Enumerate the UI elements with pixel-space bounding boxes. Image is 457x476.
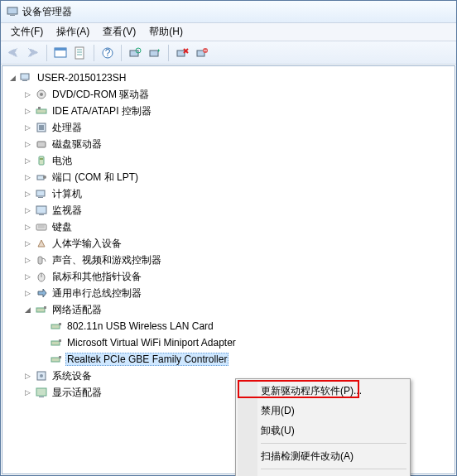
expander-icon[interactable]: ▷ (22, 106, 32, 116)
tree-category[interactable]: ▷鼠标和其他指针设备 (4, 268, 453, 285)
tool-properties-button[interactable] (71, 44, 89, 62)
expander-icon[interactable]: ◢ (22, 305, 32, 315)
cm-label: 更新驱动程序软件(P)... (261, 384, 362, 398)
nav-forward-button[interactable]: ⮞ (24, 44, 42, 62)
svg-rect-3 (55, 48, 66, 50)
expander-icon[interactable]: ▷ (22, 255, 32, 265)
tree-category[interactable]: ▷端口 (COM 和 LPT) (4, 169, 453, 185)
category-icon (35, 237, 48, 250)
svg-rect-44 (51, 341, 60, 345)
cm-scan-hardware[interactable]: 扫描检测硬件改动(A) (238, 446, 408, 466)
category-icon (35, 369, 48, 382)
svg-rect-26 (39, 156, 44, 165)
context-menu: 更新驱动程序软件(P)... 禁用(D) 卸载(U) 扫描检测硬件改动(A) 属… (235, 378, 411, 476)
tree-device[interactable]: ▷Realtek PCIe GBE Family Controller (4, 351, 453, 368)
menu-file[interactable]: 文件(F) (4, 23, 50, 41)
cm-label: 扫描检测硬件改动(A) (261, 450, 354, 464)
tool-update-button[interactable] (146, 44, 164, 62)
svg-rect-21 (36, 109, 46, 113)
svg-point-49 (40, 374, 43, 377)
expander-icon[interactable]: ▷ (22, 238, 32, 248)
tree-root[interactable]: ◢ USER-20150123SH (4, 70, 453, 86)
expander-icon[interactable]: ▷ (22, 89, 32, 99)
node-label: Microsoft Virtual WiFi Miniport Adapter (65, 336, 238, 349)
tool-help-button[interactable]: ? (99, 44, 117, 62)
svg-rect-46 (51, 358, 60, 362)
tree-category[interactable]: ▷处理器 (4, 119, 453, 136)
svg-rect-4 (75, 47, 84, 59)
svg-rect-32 (36, 206, 46, 214)
node-label: 磁盘驱动器 (51, 137, 103, 152)
nic-icon (50, 336, 63, 349)
cm-disable[interactable]: 禁用(D) (238, 401, 408, 421)
menu-separator (261, 469, 406, 469)
category-icon (35, 154, 48, 167)
node-label: IDE ATA/ATAPI 控制器 (51, 103, 153, 119)
toolbar: ⮜ ⮞ ? (1, 41, 456, 65)
menu-bar: 文件(F) 操作(A) 查看(V) 帮助(H) (1, 23, 456, 41)
tree-category[interactable]: ▷监视器 (4, 202, 453, 219)
tree-category[interactable]: ▷电池 (4, 152, 453, 169)
tree-category[interactable]: ▷IDE ATA/ATAPI 控制器 (4, 103, 453, 119)
tree-category[interactable]: ▷声音、视频和游戏控制器 (4, 252, 453, 268)
nav-back-button[interactable]: ⮜ (4, 44, 22, 62)
svg-rect-51 (39, 397, 44, 397)
tree-category[interactable]: ▷磁盘驱动器 (4, 136, 453, 152)
arrow-left-icon: ⮜ (7, 46, 19, 60)
nic-icon (50, 320, 63, 333)
svg-rect-17 (21, 74, 29, 79)
tool-uninstall-button[interactable] (173, 44, 191, 62)
cm-uninstall[interactable]: 卸载(U) (238, 421, 408, 440)
category-icon (35, 303, 48, 316)
expander-icon[interactable]: ▷ (22, 123, 32, 132)
svg-rect-27 (40, 158, 43, 160)
device-manager-window: 设备管理器 文件(F) 操作(A) 查看(V) 帮助(H) ⮜ ⮞ ? ◢ US… (0, 0, 457, 476)
tree-category[interactable]: ▷键盘 (4, 219, 453, 235)
cm-update-driver[interactable]: 更新驱动程序软件(P)... (238, 381, 408, 401)
svg-rect-45 (59, 339, 61, 342)
node-label: 人体学输入设备 (51, 236, 123, 252)
cm-properties[interactable]: 属性(R) (238, 472, 408, 476)
expander-icon[interactable]: ▷ (22, 139, 32, 149)
node-label: 处理器 (51, 120, 84, 136)
expander-icon[interactable]: ▷ (22, 222, 32, 232)
expander-icon[interactable]: ▷ (22, 172, 32, 182)
expander-icon[interactable]: ▷ (22, 205, 32, 215)
tree-category[interactable]: ▷通用串行总线控制器 (4, 285, 453, 301)
svg-rect-18 (22, 80, 27, 81)
svg-rect-12 (150, 50, 158, 56)
svg-rect-50 (36, 388, 46, 396)
disable-icon (195, 46, 209, 60)
node-label: USER-20150123SH (36, 71, 127, 84)
tree-device[interactable]: ▷802.11n USB Wireless LAN Card (4, 318, 453, 334)
expander-icon[interactable]: ▷ (22, 156, 32, 166)
svg-rect-33 (39, 214, 44, 215)
tool-disable-button[interactable] (193, 44, 211, 62)
expander-icon[interactable]: ▷ (22, 272, 32, 281)
tool-console-button[interactable] (51, 44, 70, 62)
node-label: 网络适配器 (51, 302, 103, 318)
svg-rect-24 (39, 125, 44, 130)
menu-help[interactable]: 帮助(H) (142, 23, 190, 41)
tree-category[interactable]: ◢网络适配器 (4, 301, 453, 318)
nic-icon (50, 353, 63, 366)
cm-label: 禁用(D) (261, 404, 295, 418)
properties-icon (74, 46, 87, 60)
expander-icon[interactable]: ▷ (22, 288, 32, 298)
tool-scan-button[interactable] (126, 44, 144, 62)
tree-category[interactable]: ▷计算机 (4, 185, 453, 202)
expander-icon[interactable]: ▷ (22, 189, 32, 199)
tree-category[interactable]: ▷人体学输入设备 (4, 235, 453, 252)
update-driver-icon (148, 46, 161, 60)
tree-category[interactable]: ▷DVD/CD-ROM 驱动器 (4, 86, 453, 103)
menu-action[interactable]: 操作(A) (50, 23, 96, 41)
svg-rect-13 (177, 50, 185, 56)
expander-icon[interactable]: ◢ (7, 73, 17, 83)
svg-rect-47 (59, 356, 61, 358)
menu-view[interactable]: 查看(V) (96, 23, 142, 41)
node-label: 电池 (51, 153, 74, 169)
tree-device[interactable]: ▷Microsoft Virtual WiFi Miniport Adapter (4, 334, 453, 351)
category-icon (35, 270, 48, 283)
expander-icon[interactable]: ▷ (22, 371, 32, 381)
expander-icon[interactable]: ▷ (22, 387, 32, 397)
